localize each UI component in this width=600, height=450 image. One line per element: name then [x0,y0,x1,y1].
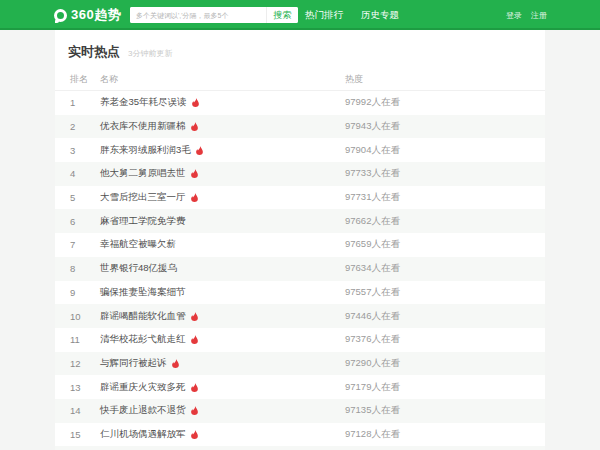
fire-icon [171,359,180,368]
topic-link[interactable]: 与辉同行被起诉 [100,357,167,370]
table-row: 15 仁川机场偶遇解放军 97128人在看 [55,423,545,447]
table-row: 16 小雪后多地气温骤降 97101人在看 [55,446,545,450]
rank-cell: 2 [55,121,100,132]
topic-link[interactable]: 辟谣重庆火灾致多死 [100,381,186,394]
hot-topic-list: 1 养老金35年耗尽误读 97992人在看 2 优衣库不使用新疆棉 97943人… [55,91,545,450]
header-nav: 热门排行 历史专题 [305,0,399,30]
column-header-rank: 排名 [55,73,100,86]
search-bar: 搜索 [130,7,298,23]
search-input[interactable] [130,7,266,23]
fire-icon [190,383,199,392]
topic-link[interactable]: 幸福航空被曝欠薪 [100,238,176,251]
table-row: 13 辟谣重庆火灾致多死 97179人在看 [55,375,545,399]
topic-link[interactable]: 他大舅二舅原唱去世 [100,167,186,180]
site-logo[interactable]: 360趋势 [54,4,121,26]
360-logo-icon [54,9,67,22]
rank-cell: 10 [55,311,100,322]
register-link[interactable]: 注册 [531,10,547,21]
fire-icon [191,98,200,107]
nav-item-history-topics[interactable]: 历史专题 [361,9,399,22]
heat-cell: 97290人在看 [345,357,545,370]
heat-cell: 97733人在看 [345,167,545,180]
rank-cell: 12 [55,358,100,369]
heat-cell: 97376人在看 [345,333,545,346]
login-link[interactable]: 登录 [506,10,522,21]
auth-links: 登录 注册 [506,0,547,30]
table-row: 3 胖东来羽绒服利润3毛 97904人在看 [55,138,545,162]
fire-icon [190,193,199,202]
column-header-heat: 热度 [345,73,545,86]
heat-cell: 97634人在看 [345,262,545,275]
search-button[interactable]: 搜索 [266,7,298,23]
rank-cell: 7 [55,239,100,250]
table-row: 1 养老金35年耗尽误读 97992人在看 [55,91,545,115]
heat-cell: 97135人在看 [345,404,545,417]
rank-cell: 3 [55,145,100,156]
heat-cell: 97731人在看 [345,191,545,204]
table-row: 4 他大舅二舅原唱去世 97733人在看 [55,162,545,186]
rank-cell: 15 [55,429,100,440]
fire-icon [190,312,199,321]
heat-cell: 97557人在看 [345,286,545,299]
realtime-hot-card: 实时热点 3分钟前更新 排名 名称 热度 1 养老金35年耗尽误读 97992人… [55,30,545,450]
top-navigation-bar: 360趋势 搜索 热门排行 历史专题 登录 注册 [0,0,600,30]
table-row: 6 麻省理工学院免学费 97662人在看 [55,209,545,233]
table-row: 12 与辉同行被起诉 97290人在看 [55,352,545,376]
rank-cell: 9 [55,287,100,298]
page-title: 实时热点 [68,43,120,61]
rank-cell: 14 [55,405,100,416]
heat-cell: 97659人在看 [345,238,545,251]
topic-link[interactable]: 养老金35年耗尽误读 [100,96,187,109]
rank-cell: 13 [55,382,100,393]
fire-icon [195,146,204,155]
rank-cell: 5 [55,192,100,203]
table-row: 10 辟谣喝醋能软化血管 97446人在看 [55,304,545,328]
heat-cell: 97904人在看 [345,144,545,157]
topic-link[interactable]: 仁川机场偶遇解放军 [100,428,186,441]
topic-link[interactable]: 骗保推妻坠海案细节 [100,286,186,299]
topic-link[interactable]: 清华校花彭弋航走红 [100,333,186,346]
column-header-name: 名称 [100,73,345,86]
fire-icon [190,169,199,178]
fire-icon [190,335,199,344]
table-row: 8 世界银行48亿援乌 97634人在看 [55,257,545,281]
rank-cell: 11 [55,334,100,345]
fire-icon [190,406,199,415]
topic-link[interactable]: 麻省理工学院免学费 [100,215,186,228]
table-row: 14 快手废止退款不退货 97135人在看 [55,399,545,423]
rank-cell: 8 [55,263,100,274]
topic-link[interactable]: 胖东来羽绒服利润3毛 [100,144,191,157]
rank-cell: 1 [55,97,100,108]
heat-cell: 97179人在看 [345,381,545,394]
updated-timestamp: 3分钟前更新 [128,48,172,59]
topic-link[interactable]: 快手废止退款不退货 [100,404,186,417]
table-row: 9 骗保推妻坠海案细节 97557人在看 [55,281,545,305]
table-row: 5 大雪后挖出三室一厅 97731人在看 [55,186,545,210]
card-header: 实时热点 3分钟前更新 [55,30,545,69]
rank-cell: 6 [55,216,100,227]
topic-link[interactable]: 大雪后挖出三室一厅 [100,191,186,204]
rank-cell: 4 [55,168,100,179]
site-logo-text: 360趋势 [71,6,121,24]
table-row: 2 优衣库不使用新疆棉 97943人在看 [55,115,545,139]
table-header-row: 排名 名称 热度 [55,69,545,91]
topic-link[interactable]: 辟谣喝醋能软化血管 [100,310,186,323]
fire-icon [190,122,199,131]
topic-link[interactable]: 优衣库不使用新疆棉 [100,120,186,133]
topic-link[interactable]: 世界银行48亿援乌 [100,262,177,275]
heat-cell: 97662人在看 [345,215,545,228]
nav-item-hot-ranking[interactable]: 热门排行 [305,9,343,22]
heat-cell: 97943人在看 [345,120,545,133]
table-row: 11 清华校花彭弋航走红 97376人在看 [55,328,545,352]
heat-cell: 97128人在看 [345,428,545,441]
heat-cell: 97992人在看 [345,96,545,109]
fire-icon [190,430,199,439]
table-row: 7 幸福航空被曝欠薪 97659人在看 [55,233,545,257]
heat-cell: 97446人在看 [345,310,545,323]
